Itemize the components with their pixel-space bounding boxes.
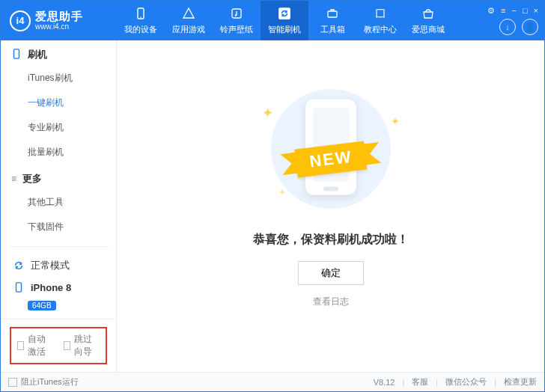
sidebar-group-title: 刷机: [11, 48, 106, 61]
nav-tutorials[interactable]: 教程中心: [356, 1, 404, 40]
refresh-icon: [277, 6, 292, 21]
nav-label: 教程中心: [364, 24, 397, 35]
app-header: i4 爱思助手 www.i4.cn 我的设备 应用游戏 铃声壁纸 智能刷机 工具…: [1, 1, 544, 40]
checkbox-skip-guide[interactable]: 跳过向导: [64, 333, 100, 358]
menu-icon[interactable]: ≡: [501, 6, 505, 16]
main-content: NEW ✦ ✦ ✦ 恭喜您，保资料刷机成功啦！ 确定 查看日志: [117, 40, 544, 372]
nav-label: 爱思商城: [412, 24, 445, 35]
nav-label: 智能刷机: [268, 24, 301, 35]
brand-title: 爱思助手: [35, 10, 83, 22]
appstore-icon: [181, 6, 196, 21]
maximize-button[interactable]: □: [523, 6, 528, 16]
nav-flash[interactable]: 智能刷机: [261, 1, 308, 40]
status-bar: 阻止iTunes运行 V8.12 | 客服 | 微信公众号 | 检查更新: [1, 372, 544, 391]
logo-icon: i4: [10, 10, 31, 31]
ok-button[interactable]: 确定: [298, 261, 364, 285]
options-highlight: 自动激活 跳过向导: [10, 327, 107, 364]
minimize-button[interactable]: −: [511, 6, 516, 16]
nav-apps[interactable]: 应用游戏: [165, 1, 213, 40]
body: 刷机 iTunes刷机 一键刷机 专业刷机 批量刷机 ≡ 更多 其他工具 下载固…: [1, 40, 544, 372]
mode-row[interactable]: 正常模式: [11, 254, 106, 277]
checkbox-label: 跳过向导: [74, 333, 100, 358]
user-button[interactable]: 👤: [522, 19, 538, 35]
nav-store[interactable]: 爱思商城: [404, 1, 452, 40]
sidebar: 刷机 iTunes刷机 一键刷机 专业刷机 批量刷机 ≡ 更多 其他工具 下载固…: [1, 40, 117, 372]
sidebar-group-label: 更多: [22, 172, 42, 186]
checkbox-icon: [17, 341, 24, 350]
nav-label: 铃声壁纸: [220, 24, 253, 35]
support-link[interactable]: 客服: [412, 376, 428, 388]
phone-icon: [133, 6, 148, 21]
svg-rect-4: [278, 7, 290, 19]
music-icon: [229, 6, 244, 21]
sidebar-group-label: 刷机: [28, 48, 47, 61]
nav-toolbox[interactable]: 工具箱: [308, 1, 356, 40]
sidebar-item-other-tools[interactable]: 其他工具: [28, 190, 106, 215]
checkbox-label: 阻止iTunes运行: [21, 376, 79, 388]
svg-point-1: [140, 16, 141, 18]
top-nav: 我的设备 应用游戏 铃声壁纸 智能刷机 工具箱 教程中心 爱思商城: [117, 1, 487, 40]
more-icon: ≡: [11, 174, 16, 184]
nav-label: 工具箱: [320, 24, 345, 35]
download-button[interactable]: ↓: [499, 19, 516, 35]
success-message: 恭喜您，保资料刷机成功啦！: [253, 232, 409, 248]
brand: i4 爱思助手 www.i4.cn: [1, 10, 117, 31]
success-illustration: NEW ✦ ✦ ✦: [249, 85, 413, 212]
toolbox-icon: [325, 6, 340, 21]
sidebar-group-title: ≡ 更多: [11, 172, 106, 186]
nav-label: 应用游戏: [172, 24, 205, 35]
version-label: V8.12: [374, 378, 395, 387]
svg-rect-7: [16, 283, 22, 292]
nav-ringtones[interactable]: 铃声壁纸: [213, 1, 261, 40]
wechat-link[interactable]: 微信公众号: [445, 376, 487, 388]
device-row[interactable]: iPhone 8: [11, 277, 106, 298]
sidebar-item-itunes-flash[interactable]: iTunes刷机: [28, 66, 106, 91]
sidebar-item-oneclick-flash[interactable]: 一键刷机: [28, 91, 106, 115]
nav-label: 我的设备: [124, 24, 157, 35]
sidebar-item-pro-flash[interactable]: 专业刷机: [28, 115, 106, 140]
mode-label: 正常模式: [31, 259, 70, 272]
sparkle-icon: ✦: [278, 187, 286, 197]
sidebar-group-more: ≡ 更多 其他工具 下载固件 高级功能: [1, 172, 116, 240]
nav-my-devices[interactable]: 我的设备: [117, 1, 165, 40]
svg-rect-5: [328, 11, 337, 17]
storage-badge: 64GB: [28, 301, 56, 310]
svg-point-3: [235, 14, 237, 16]
mode-section: 正常模式 iPhone 8 64GB: [8, 246, 109, 319]
phone-outline-icon: [11, 49, 22, 61]
sidebar-item-download-firmware[interactable]: 下载固件: [28, 215, 106, 239]
checkbox-block-itunes[interactable]: 阻止iTunes运行: [8, 376, 79, 388]
book-icon: [373, 6, 388, 21]
brand-url: www.i4.cn: [35, 23, 83, 31]
sidebar-group-flash: 刷机 iTunes刷机 一键刷机 专业刷机 批量刷机: [1, 48, 116, 165]
checkbox-icon: [64, 341, 70, 350]
store-icon: [421, 6, 436, 21]
view-log-link[interactable]: 查看日志: [313, 295, 349, 308]
checkbox-auto-activate[interactable]: 自动激活: [17, 333, 53, 358]
sidebar-item-batch-flash[interactable]: 批量刷机: [28, 140, 106, 165]
checkbox-icon: [8, 378, 17, 387]
sidebar-item-advanced[interactable]: 高级功能: [28, 239, 106, 240]
check-update-link[interactable]: 检查更新: [504, 376, 537, 388]
sparkle-icon: ✦: [391, 115, 400, 127]
sparkle-icon: ✦: [262, 105, 273, 121]
sync-icon: [13, 260, 25, 272]
phone-icon: [13, 281, 25, 293]
settings-icon[interactable]: ⚙: [487, 6, 495, 16]
close-button[interactable]: ×: [534, 6, 538, 16]
device-name: iPhone 8: [31, 282, 71, 293]
bottom-options: 自动激活 跳过向导: [1, 319, 116, 372]
checkbox-label: 自动激活: [28, 333, 53, 358]
window-controls: ⚙ ≡ − □ × ↓ 👤: [487, 6, 544, 35]
svg-rect-6: [14, 49, 19, 58]
